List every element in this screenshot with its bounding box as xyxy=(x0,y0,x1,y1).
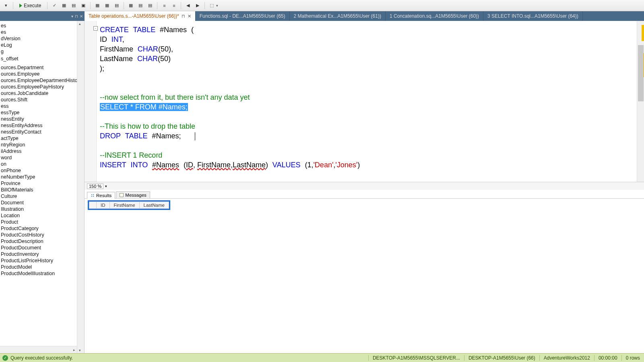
code-gutter: - xyxy=(85,21,97,182)
increase-indent-icon[interactable]: ▶ xyxy=(193,1,202,10)
intellisense-icon[interactable]: ▣ xyxy=(79,1,88,10)
tree-item[interactable]: ources.Shift xyxy=(0,97,77,103)
tab-messages[interactable]: Messages xyxy=(116,191,150,198)
zoom-level[interactable]: 150 % xyxy=(87,183,103,189)
dropdown-icon[interactable]: ▾ xyxy=(71,14,73,19)
tree-item[interactable]: ProductDescription xyxy=(0,238,77,245)
execute-button[interactable]: Execute xyxy=(16,1,45,10)
close-icon[interactable]: ✕ xyxy=(188,14,191,19)
col-id[interactable]: ID xyxy=(97,202,110,209)
execute-label: Execute xyxy=(24,3,41,8)
pin-icon[interactable]: ⊓ xyxy=(75,14,78,19)
text-cursor xyxy=(195,132,195,140)
results-tab-label: Results xyxy=(96,193,111,198)
tree-item[interactable]: ources.JobCandidate xyxy=(0,90,77,97)
status-time: 00:00:00 xyxy=(594,355,621,361)
tree-item[interactable]: ntryRegion xyxy=(0,142,77,148)
pin-icon[interactable]: ⊓ xyxy=(182,14,185,19)
tree-item[interactable]: es xyxy=(0,23,77,29)
include-plan-icon[interactable]: ▦ xyxy=(93,1,102,10)
play-icon xyxy=(19,4,22,8)
status-user: DESKTOP-A1M5655\User (66) xyxy=(464,355,539,361)
results-grid-icon[interactable]: ▦ xyxy=(126,1,135,10)
tree-item[interactable]: eLog xyxy=(0,42,77,48)
tree-item[interactable]: ess xyxy=(0,103,77,109)
tree-item[interactable]: ources.EmployeePayHistory xyxy=(0,84,77,90)
tree-item[interactable]: ProductDocument xyxy=(0,245,77,251)
results-highlight-box: ID FirstName LastName xyxy=(88,200,170,210)
tree-item[interactable]: Location xyxy=(0,212,77,219)
col-lastname[interactable]: LastName xyxy=(139,202,169,209)
grid-corner[interactable] xyxy=(89,202,97,209)
tree-item[interactable]: ProductInventory xyxy=(0,251,77,257)
tab-table-operations[interactable]: Table operations.s...-A1M5655\User (66))… xyxy=(85,11,196,21)
tab-label: 2 Mathematical Ex...A1M5655\User (61)) xyxy=(294,13,381,19)
parse-icon[interactable]: ✓ xyxy=(50,1,59,10)
tab-select-into[interactable]: 3 SELECT INTO.sql...A1M5655\User (64)) xyxy=(483,11,583,21)
object-explorer[interactable]: esesdVersioneLoggs_offsetources.Departme… xyxy=(0,21,85,353)
comment-icon[interactable]: ≡ xyxy=(160,1,169,10)
query-options-icon[interactable]: ▤ xyxy=(69,1,78,10)
uncomment-icon[interactable]: ≡ xyxy=(169,1,178,10)
grid-icon xyxy=(91,193,95,197)
tab-functions[interactable]: Functions.sql - DE...A1M5655\User (65) xyxy=(196,11,290,21)
estimated-plan-icon[interactable]: ▦ xyxy=(60,1,68,10)
close-icon[interactable]: ✕ xyxy=(80,14,83,19)
tree-item[interactable]: neNumberType xyxy=(0,174,77,180)
tree-item[interactable]: Document xyxy=(0,200,77,206)
tree-item[interactable]: g xyxy=(0,48,77,55)
tree-item[interactable]: on xyxy=(0,161,77,167)
col-firstname[interactable]: FirstName xyxy=(109,202,139,209)
tab-mathematical[interactable]: 2 Mathematical Ex...A1M5655\User (61)) xyxy=(290,11,386,21)
zoom-dropdown-icon[interactable]: ▾ xyxy=(105,184,107,188)
results-pane: ID FirstName LastName xyxy=(85,199,644,353)
tab-results[interactable]: Results xyxy=(87,192,115,199)
tree-item[interactable]: es xyxy=(0,29,77,35)
tree-item[interactable]: onPhone xyxy=(0,167,77,174)
tree-item[interactable]: dVersion xyxy=(0,35,77,42)
results-file-icon[interactable]: ▤ xyxy=(146,1,155,10)
tab-concatenation[interactable]: 1 Concatenation.sq...A1M5655\User (60)) xyxy=(386,11,483,21)
tree-item[interactable]: ources.Department xyxy=(0,64,77,71)
tab-label: Table operations.s...-A1M5655\User (66))… xyxy=(89,13,179,19)
results-grid[interactable]: ID FirstName LastName xyxy=(89,202,169,209)
tree-item[interactable]: Product xyxy=(0,219,77,225)
tab-label: Functions.sql - DE...A1M5655\User (65) xyxy=(200,13,285,19)
decrease-indent-icon[interactable]: ◀ xyxy=(184,1,192,10)
tree-item[interactable]: ProductCostHistory xyxy=(0,232,77,238)
include-stats-icon[interactable]: ▦ xyxy=(103,1,111,10)
tree-item[interactable]: nessEntity xyxy=(0,116,77,122)
messages-tab-label: Messages xyxy=(125,193,146,197)
tree-item[interactable]: essType xyxy=(0,109,77,116)
tree-item[interactable]: nessEntityContact xyxy=(0,129,77,135)
tree-item[interactable]: nessEntityAddress xyxy=(0,122,77,129)
tree-item[interactable]: Culture xyxy=(0,193,77,200)
sidebar-vscrollbar[interactable] xyxy=(77,21,84,353)
tree-item[interactable]: Province xyxy=(0,180,77,187)
tree-item[interactable]: ources.EmployeeDepartmentHistory xyxy=(0,77,77,84)
specify-values-icon[interactable]: ⬚ xyxy=(207,1,216,10)
tree-item[interactable]: ilAddress xyxy=(0,148,77,154)
tree-item[interactable]: s_offset xyxy=(0,56,77,62)
results-text-icon[interactable]: ▤ xyxy=(136,1,145,10)
tree-item[interactable]: Illustration xyxy=(0,206,77,212)
editor-vscrollbar[interactable] xyxy=(637,21,644,182)
tree-item[interactable]: actType xyxy=(0,135,77,142)
zoom-bar: 150 % ▾ xyxy=(85,182,644,190)
tree-item[interactable]: ProductModelIllustration xyxy=(0,270,77,277)
tree-item[interactable]: ProductCategory xyxy=(0,225,77,232)
code-editor[interactable]: - CREATE TABLE #Names ( ID INT, FirstNam… xyxy=(85,21,644,182)
tree-item[interactable]: word xyxy=(0,154,77,161)
result-tab-bar: Results Messages xyxy=(85,190,644,199)
status-message: Query executed successfully. xyxy=(10,355,73,361)
sqlcmd-icon[interactable]: ▤ xyxy=(112,1,121,10)
tab-label: 1 Concatenation.sq...A1M5655\User (60)) xyxy=(390,13,479,19)
status-rows: 0 rows xyxy=(621,355,644,361)
db-dropdown[interactable]: ▾ xyxy=(2,1,10,10)
tree-item[interactable]: ources.Employee xyxy=(0,71,77,77)
tree-item[interactable]: BillOfMaterials xyxy=(0,187,77,193)
toolbar: ▾ Execute ✓ ▦ ▤ ▣ ▦ ▦ ▤ ▦ ▤ ▤ ≡ ≡ ◀ ▶ ⬚ … xyxy=(0,0,644,11)
tree-item[interactable]: ProductModel xyxy=(0,264,77,270)
sidebar-hscrollbar[interactable]: ▸ xyxy=(0,346,77,353)
tree-item[interactable]: ProductListPriceHistory xyxy=(0,257,77,264)
